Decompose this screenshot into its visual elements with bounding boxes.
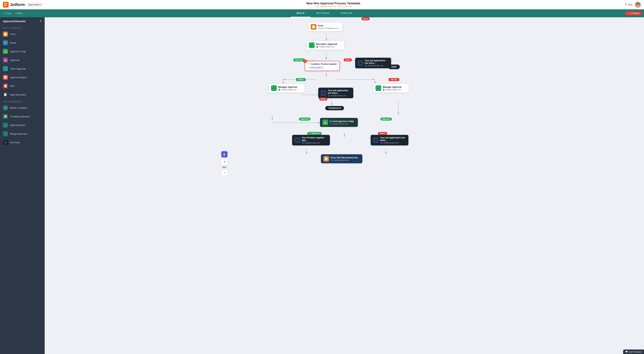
recruiters-approval-content: Recruiter's Approval 👤 mail@example.com: [316, 43, 342, 48]
reject-email-icon: ✉: [373, 137, 379, 143]
add-conditions-button[interactable]: + Add conditions: [307, 66, 324, 69]
sidebar-item-label: Email: [10, 42, 16, 44]
position-applied-node[interactable]: ✉ Your Position Applied app... 👤 mail@ex…: [292, 135, 330, 145]
sidebar: Approval Elements ✕ BASIC ELEMENTS 📄 For…: [0, 17, 45, 354]
approvals-label: Approvals: [28, 3, 39, 6]
sidebar-item-label: Conditional Branch: [10, 115, 30, 118]
toolbar-tabs: BUILD SETTINGS PUBLISH: [26, 9, 623, 17]
toolbar: ↩ Undo ↪ Redo BUILD SETTINGS PUBLISH ⚠ 1…: [0, 9, 644, 17]
deny-email-icon-1: ✉: [358, 60, 363, 66]
recruiters-approval-node[interactable]: ✓ Recruiter's Approval 👤 mail@example.co…: [306, 41, 344, 50]
deny-badge-2: Deny: [319, 98, 328, 101]
zoom-out-button[interactable]: −: [221, 169, 228, 176]
sidebar-item-pdf[interactable]: 📑 PDF: [0, 82, 45, 90]
approve-badge-1: Approve: [293, 58, 305, 62]
condition-title: ⚡ Condition: Position Applied: [307, 63, 337, 65]
form-title-icon: 📄: [323, 156, 329, 162]
redo-button[interactable]: ↪ Redo: [14, 11, 24, 15]
approve-sign-badge: ✍ Approve: [307, 132, 322, 135]
hand-tool-button[interactable]: ✋: [221, 151, 228, 158]
manager-approval-right-node[interactable]: ✓ Manager Approval 👤 mail@example.com: [373, 84, 409, 93]
condition-badge-number: 1: [303, 60, 307, 63]
approve-badge-left: Approve: [299, 118, 310, 121]
approve-badge-right: Approve: [380, 118, 392, 121]
form-title-node[interactable]: 📄 Form Title Recruitment Re... 👤 mail@ex…: [321, 154, 362, 163]
sidebar-item-email[interactable]: ✉ Email: [0, 38, 45, 47]
zoom-in-button[interactable]: +: [221, 159, 228, 165]
tab-settings[interactable]: SETTINGS: [310, 9, 335, 17]
manager-left-icon: ✓: [271, 85, 277, 91]
sidebar-item-label: Approval: [10, 59, 19, 62]
sidebar-item-approve-sign[interactable]: ✍ Approve & Sign: [0, 47, 45, 56]
condition-icon: ⚡: [307, 63, 310, 65]
jotform-logo-icon: [3, 2, 9, 8]
condition-node[interactable]: 1 ⚡ Condition: Position Applied + Add co…: [305, 61, 340, 71]
logo-text: Jotform: [10, 2, 25, 7]
sidebar-item-split-branches[interactable]: ⑂ Split Branches: [0, 121, 45, 129]
user-icon: 👤: [278, 89, 280, 91]
toolbar-left: ↩ Undo ↪ Redo: [0, 11, 26, 15]
sign-document-icon: 📝: [3, 92, 8, 97]
sidebar-item-label: End Flow: [10, 141, 20, 144]
sidebar-item-label: Form: [10, 33, 16, 36]
zoom-level: 69%: [221, 166, 228, 168]
top-header: Jotform Approvals ▾ New Hire Approval Pr…: [0, 0, 644, 9]
sidebar-item-form[interactable]: 📄 Form: [0, 30, 45, 38]
feedback-icon: 💬: [625, 350, 628, 353]
approve-sign-icon: ✍: [3, 49, 8, 54]
sidebar-item-end-flow[interactable]: ⊙ End Flow: [0, 138, 45, 147]
sidebar-item-conditional-branch[interactable]: 🔀 Conditional Branch: [0, 112, 45, 121]
section-label-logic: LOGIC ELEMENTS: [0, 99, 45, 104]
sidebar-item-label: If/Else Condition: [10, 107, 27, 109]
deny-email-node-1[interactable]: ✉ Your job application has been... 👤 mai…: [355, 58, 391, 68]
approval-report-icon: 📊: [3, 75, 8, 80]
sidebar-item-ifelse[interactable]: ⚡ If/Else Condition: [0, 104, 45, 112]
sidebar-title: Approval Elements: [3, 20, 26, 23]
deny-email-node-2[interactable]: ✉ Your job application has been... 👤 mai…: [318, 88, 353, 98]
tab-publish[interactable]: PUBLISH: [335, 9, 358, 17]
email-icon: ✉: [3, 40, 8, 45]
position-applied-icon: ✉: [294, 137, 300, 143]
approvals-dropdown[interactable]: Approvals ▾: [26, 2, 43, 7]
sidebar-item-label: Team Approval: [10, 67, 26, 70]
ifelse-icon: ⚡: [3, 105, 8, 110]
form-node-icon: 📄: [311, 24, 316, 30]
conditional-branch-icon: 🔀: [3, 114, 8, 119]
warning-icon: ⚠: [627, 12, 629, 15]
canvas[interactable]: 📄 Form Simple Job Application Fo... ✓ Re…: [45, 17, 644, 354]
sidebar-item-label: Split Branches: [10, 124, 25, 127]
reject-email-node[interactable]: ✉ Your job application has been... 👤 mai…: [370, 135, 408, 145]
user-icon: 👤: [365, 65, 367, 67]
toolbar-right: ⚠ 1 Problem: [623, 11, 644, 15]
form-node-content: Form Simple Job Application Fo...: [318, 25, 340, 29]
question-icon: ❓: [624, 3, 627, 6]
header-right: ❓ Help 🧑: [624, 2, 641, 8]
help-button[interactable]: ❓ Help: [624, 3, 632, 6]
sidebar-item-approval-report[interactable]: 📊 Approval Report: [0, 73, 45, 82]
problem-button[interactable]: ⚠ 1 Problem: [625, 11, 642, 15]
sidebar-item-team-approval[interactable]: 👥 Team Approval: [0, 64, 45, 73]
sidebar-item-sign-document[interactable]: 📝 Sign Document: [0, 90, 45, 99]
merge-branches-icon: ⑃: [3, 131, 8, 136]
form-node[interactable]: 📄 Form Simple Job Application Fo...: [308, 22, 342, 31]
deny-badge-3: Deny: [362, 17, 370, 20]
feedback-button[interactable]: 💬 Give Feedback: [623, 349, 644, 354]
manager-approval-left-node[interactable]: ✓ Manager Approval 👤 mail@example.com: [269, 84, 305, 93]
sidebar-item-label: Approve & Sign: [10, 50, 26, 53]
page-title: New Hire Approval Process Template: [306, 2, 360, 5]
sidebar-item-label: Approval Report: [10, 76, 27, 79]
false-badge: FALSE: [389, 78, 399, 81]
end-node: END: [388, 65, 400, 69]
c-level-node[interactable]: ✍ C Level Approve & Sign 👤 mail@example.…: [320, 118, 358, 127]
undo-button[interactable]: ↩ Undo: [2, 11, 13, 15]
avatar[interactable]: 🧑: [635, 2, 641, 8]
close-icon[interactable]: ✕: [40, 20, 42, 23]
end-flow-icon: ⊙: [3, 140, 8, 145]
user-icon: 👤: [316, 46, 318, 48]
canvas-inner: 📄 Form Simple Job Application Fo... ✓ Re…: [218, 17, 470, 180]
sidebar-item-approval[interactable]: 👍 Approval: [0, 56, 45, 64]
form-title-content: Form Title Recruitment Re... 👤 mail@exam…: [330, 156, 360, 161]
form-icon: 📄: [3, 32, 8, 37]
tab-build[interactable]: BUILD: [291, 9, 310, 17]
sidebar-item-merge-branches[interactable]: ⑃ Merge Branches: [0, 129, 45, 138]
